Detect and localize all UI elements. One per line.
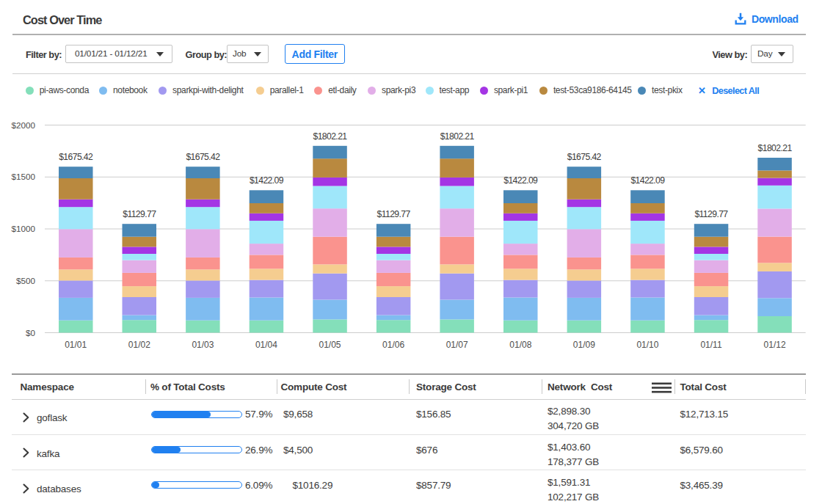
svg-text:$1802.21: $1802.21 [313,131,347,142]
svg-text:$1129.77: $1129.77 [123,209,156,219]
svg-text:01/10: 01/10 [636,340,658,350]
svg-text:$1675.42: $1675.42 [186,152,220,162]
svg-text:01/07: 01/07 [446,340,468,350]
svg-text:$1129.77: $1129.77 [377,209,411,219]
svg-text:01/09: 01/09 [573,340,595,350]
svg-text:01/06: 01/06 [382,340,404,350]
svg-text:01/08: 01/08 [509,340,531,350]
svg-text:$1422.09: $1422.09 [503,175,538,186]
svg-text:$1802.21: $1802.21 [758,143,793,153]
svg-text:01/04: 01/04 [255,340,277,350]
svg-text:01/01: 01/01 [65,340,87,350]
svg-text:01/05: 01/05 [319,340,341,350]
svg-text:$1422.09: $1422.09 [250,175,284,186]
svg-text:$500: $500 [16,276,36,285]
svg-text:$1675.42: $1675.42 [567,152,602,162]
svg-text:$1129.77: $1129.77 [694,209,728,219]
svg-text:01/03: 01/03 [192,340,214,350]
svg-text:01/11: 01/11 [700,340,721,350]
svg-text:$0: $0 [26,328,36,337]
svg-text:01/02: 01/02 [128,340,150,350]
svg-text:$2000: $2000 [11,120,35,130]
svg-text:$1802.21: $1802.21 [440,131,475,142]
svg-text:$1422.09: $1422.09 [630,175,665,186]
svg-text:$1000: $1000 [11,224,35,233]
svg-text:$1675.42: $1675.42 [59,152,93,162]
svg-text:01/12: 01/12 [764,340,786,350]
svg-text:$1500: $1500 [11,172,35,181]
